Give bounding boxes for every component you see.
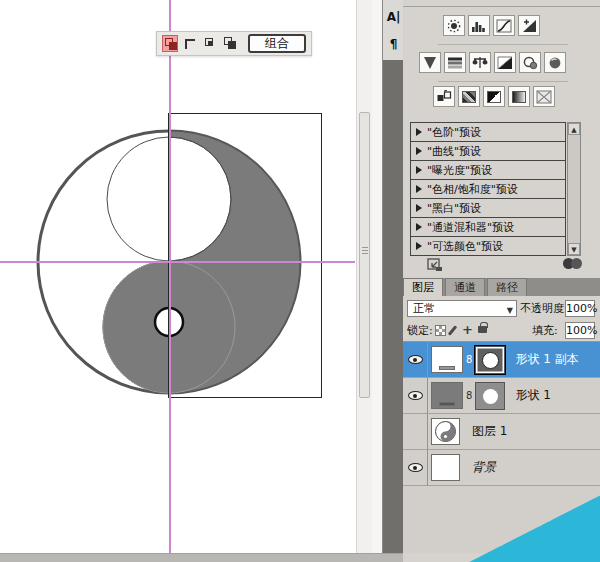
expand-triangle-icon[interactable]: [416, 223, 422, 231]
chevron-down-icon: ▼: [507, 303, 513, 318]
layer-row-layer1[interactable]: 图层 1: [403, 414, 600, 450]
curves-icon[interactable]: [493, 15, 515, 36]
expand-triangle-icon[interactable]: [416, 166, 422, 174]
link-icon: 8: [466, 354, 472, 365]
preset-item-exposure[interactable]: "曝光度"预设: [411, 161, 565, 180]
expand-triangle-icon[interactable]: [416, 128, 422, 136]
canvas-bottom-scrollbar[interactable]: [0, 553, 403, 562]
preset-label: "曲线"预设: [427, 144, 481, 159]
opacity-label: 不透明度:: [520, 300, 568, 317]
lock-transparency-icon[interactable]: [435, 325, 446, 336]
layer-row-shape1[interactable]: 8 形状 1: [403, 378, 600, 414]
vibrance-icon[interactable]: [419, 52, 441, 73]
icon-square-filled: [208, 41, 213, 46]
eye-icon: [408, 391, 423, 400]
horizontal-guide[interactable]: [0, 261, 355, 263]
preset-item-hue-saturation[interactable]: "色相/饱和度"预设: [411, 180, 565, 199]
lock-pixels-icon[interactable]: [448, 325, 457, 335]
expand-triangle-icon[interactable]: [416, 147, 422, 155]
intersect-shapes-icon[interactable]: [202, 35, 218, 52]
eye-icon: [408, 355, 423, 364]
vector-mask-thumbnail[interactable]: [475, 346, 505, 374]
lock-row: 锁定: + 填充: 100%: [403, 322, 600, 340]
preset-list-scrollbar[interactable]: ▲ ▼: [567, 122, 581, 256]
lock-label: 锁定:: [407, 322, 433, 339]
lock-position-icon[interactable]: +: [462, 322, 473, 337]
tab-layers[interactable]: 图层: [403, 278, 443, 296]
fill-field[interactable]: 100%: [565, 322, 595, 339]
mask-shape: [483, 389, 498, 404]
preset-item-black-white[interactable]: "黑白"预设: [411, 199, 565, 218]
black-and-white-icon[interactable]: [494, 52, 516, 73]
layer-row-background[interactable]: 背景: [403, 450, 600, 486]
visibility-cell[interactable]: [403, 342, 428, 378]
color-balance-icon[interactable]: [469, 52, 491, 73]
exclude-overlapping-shapes-icon[interactable]: [162, 35, 178, 52]
pasteboard: [372, 0, 382, 553]
posterize-glyph: [462, 91, 476, 103]
lock-all-icon[interactable]: [478, 326, 487, 333]
layer-row-shape1-copy[interactable]: 8 形状 1 副本: [403, 342, 600, 378]
exposure-icon[interactable]: [518, 15, 540, 36]
character-panel-icon[interactable]: A|: [385, 7, 402, 27]
layer-thumbnail[interactable]: [431, 346, 463, 373]
threshold-icon[interactable]: [483, 86, 505, 107]
scrollbar-grip: [362, 247, 368, 255]
add-to-shape-icon[interactable]: [222, 35, 238, 52]
photo-filter-icon[interactable]: [519, 52, 541, 73]
tab-channels[interactable]: 通道: [445, 278, 485, 296]
scroll-up-icon[interactable]: ▲: [568, 123, 580, 135]
scroll-down-icon[interactable]: ▼: [568, 243, 580, 255]
preset-item-levels[interactable]: "色阶"预设: [411, 123, 565, 142]
tab-paths[interactable]: 路径: [487, 278, 527, 296]
vector-mask-thumbnail[interactable]: [475, 382, 505, 410]
vertical-guide[interactable]: [169, 0, 171, 553]
visibility-cell[interactable]: [403, 378, 428, 414]
layer-name: 图层 1: [472, 423, 507, 440]
collapsed-panel-dock: A| ¶: [382, 0, 403, 553]
paragraph-panel-icon[interactable]: ¶: [385, 34, 402, 54]
channel-mixer-icon[interactable]: [544, 52, 566, 73]
panel-view-toggle-icon[interactable]: [427, 258, 443, 272]
blend-mode-value: 正常: [413, 302, 435, 315]
opacity-field[interactable]: 100%: [565, 300, 595, 317]
document-canvas[interactable]: 组合: [0, 0, 356, 553]
shape-path-bounding-rect[interactable]: [168, 113, 322, 398]
subtract-from-shape-icon[interactable]: [182, 35, 198, 52]
expand-triangle-icon[interactable]: [416, 242, 422, 250]
invert-icon[interactable]: [433, 86, 455, 107]
posterize-icon[interactable]: [458, 86, 480, 107]
gradient-glyph: [512, 91, 526, 103]
visibility-cell[interactable]: [403, 450, 428, 486]
preset-item-curves[interactable]: "曲线"预设: [411, 142, 565, 161]
preset-item-selective-color[interactable]: "可选颜色"预设: [411, 237, 565, 255]
layer-thumbnail[interactable]: [431, 454, 460, 481]
blend-mode-select[interactable]: 正常 ▼: [407, 300, 517, 317]
layer-name: 形状 1 副本: [515, 351, 578, 368]
switch-panel-icon[interactable]: [563, 256, 587, 271]
layer-name: 背景: [472, 459, 496, 476]
hue-saturation-icon[interactable]: [444, 52, 466, 73]
preset-label: "通道混和器"预设: [427, 220, 514, 235]
preset-label: "曝光度"预设: [427, 163, 492, 178]
combine-button[interactable]: 组合: [248, 34, 306, 53]
canvas-vertical-scrollbar[interactable]: [356, 0, 372, 553]
shape-style-bar: [439, 366, 455, 370]
levels-icon[interactable]: [468, 15, 490, 36]
visibility-cell-empty[interactable]: [403, 414, 428, 450]
preset-label: "黑白"预设: [427, 201, 481, 216]
layer-thumbnail[interactable]: [431, 382, 463, 409]
adjustments-row-3: [433, 86, 555, 107]
adjustments-row-2: [419, 52, 566, 73]
brightness-contrast-icon[interactable]: [443, 15, 465, 36]
layer-thumbnail[interactable]: [431, 418, 460, 445]
preset-item-channel-mixer[interactable]: "通道混和器"预设: [411, 218, 565, 237]
gradient-map-icon[interactable]: [508, 86, 530, 107]
scrollbar-thumb[interactable]: [359, 112, 370, 398]
selective-color-icon[interactable]: [533, 86, 555, 107]
expand-triangle-icon[interactable]: [416, 204, 422, 212]
threshold-glyph: [487, 91, 501, 103]
adjustments-row-1: [443, 15, 540, 36]
right-panel: "色阶"预设 "曲线"预设 "曝光度"预设 "色相/饱和度"预设 "黑白"预设 …: [403, 0, 600, 562]
expand-triangle-icon[interactable]: [416, 185, 422, 193]
